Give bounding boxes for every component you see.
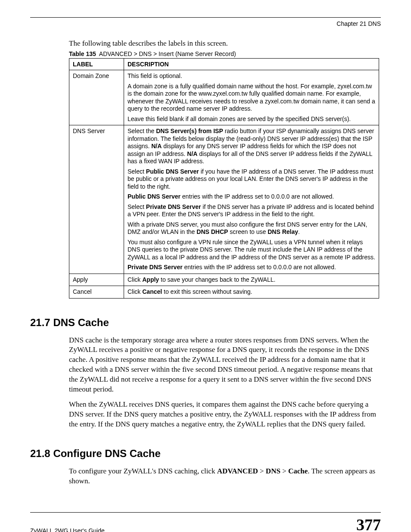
header-rule bbox=[30, 17, 381, 18]
body-paragraph: DNS cache is the temporary storage area … bbox=[69, 336, 379, 395]
description-cell: Select the DNS Server(s) from ISP radio … bbox=[124, 125, 379, 274]
description-cell: This field is optional.A domain zone is … bbox=[124, 70, 379, 125]
table-row: ApplyClick Apply to save your changes ba… bbox=[69, 274, 379, 286]
section-heading-21-8: 21.8 Configure DNS Cache bbox=[30, 448, 381, 460]
table-number: Table 135 bbox=[69, 50, 96, 57]
section-heading-21-7: 21.7 DNS Cache bbox=[30, 317, 381, 329]
description-paragraph: Private DNS Server entries with the IP a… bbox=[128, 264, 375, 271]
description-paragraph: Select Private DNS Server if the DNS ser… bbox=[128, 203, 375, 218]
table-header-row: LABEL DESCRIPTION bbox=[69, 59, 379, 70]
description-cell: Click Cancel to exit this screen without… bbox=[124, 286, 379, 299]
table-row: DNS ServerSelect the DNS Server(s) from … bbox=[69, 125, 379, 274]
th-label: LABEL bbox=[69, 59, 124, 70]
label-cell: Domain Zone bbox=[69, 70, 124, 125]
footer-guide-name: ZyWALL 2WG User's Guide bbox=[30, 527, 105, 532]
description-paragraph: This field is optional. bbox=[128, 72, 375, 80]
table-title: ADVANCED > DNS > Insert (Name Server Rec… bbox=[99, 50, 236, 57]
body-paragraph: When the ZyWALL receives DNS queries, it… bbox=[69, 400, 379, 429]
th-description: DESCRIPTION bbox=[124, 59, 379, 70]
description-paragraph: Select Public DNS Server if you have the… bbox=[128, 168, 375, 191]
description-paragraph: Select the DNS Server(s) from ISP radio … bbox=[128, 128, 375, 165]
description-paragraph: A domain zone is a fully qualified domai… bbox=[128, 83, 375, 113]
chapter-header: Chapter 21 DNS bbox=[30, 20, 381, 27]
description-paragraph: Click Apply to save your changes back to… bbox=[128, 276, 375, 284]
page-footer: ZyWALL 2WG User's Guide 377 bbox=[30, 512, 381, 532]
description-paragraph: With a private DNS server, you must also… bbox=[128, 221, 375, 236]
description-paragraph: Public DNS Server entries with the IP ad… bbox=[128, 193, 375, 201]
label-cell: Apply bbox=[69, 274, 124, 286]
intro-text: The following table describes the labels… bbox=[69, 39, 381, 48]
table-row: CancelClick Cancel to exit this screen w… bbox=[69, 286, 379, 299]
params-table: LABEL DESCRIPTION Domain ZoneThis field … bbox=[69, 58, 379, 299]
description-paragraph: Click Cancel to exit this screen without… bbox=[128, 288, 375, 296]
description-paragraph: You must also configure a VPN rule since… bbox=[128, 239, 375, 261]
body-paragraph: To configure your ZyWALL's DNS caching, … bbox=[69, 467, 379, 486]
description-paragraph: Leave this field blank if all domain zon… bbox=[128, 115, 375, 123]
table-row: Domain ZoneThis field is optional.A doma… bbox=[69, 70, 379, 125]
label-cell: Cancel bbox=[69, 286, 124, 299]
footer-page-number: 377 bbox=[356, 515, 381, 532]
description-cell: Click Apply to save your changes back to… bbox=[124, 274, 379, 286]
table-caption: Table 135 ADVANCED > DNS > Insert (Name … bbox=[69, 50, 381, 57]
label-cell: DNS Server bbox=[69, 125, 124, 274]
document-page: Chapter 21 DNS The following table descr… bbox=[0, 0, 411, 532]
